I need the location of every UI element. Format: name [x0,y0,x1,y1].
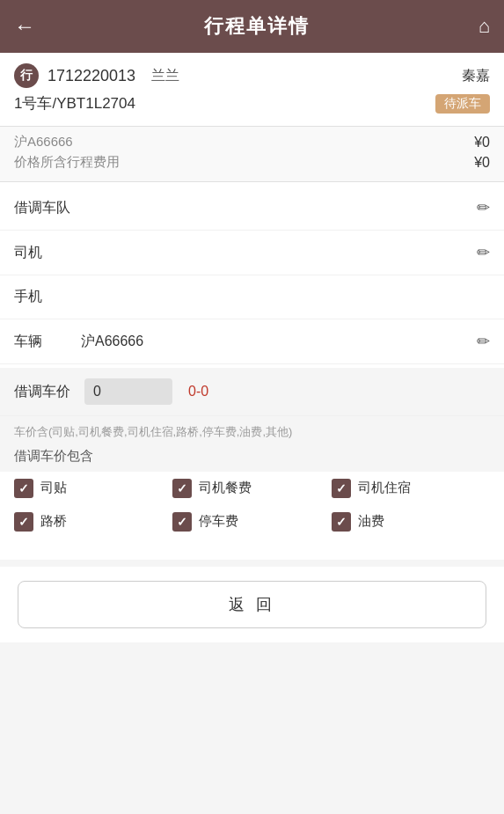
borrow-fleet-row: 借调车队 ✏ [0,186,504,231]
passenger-name: 兰兰 [151,67,179,85]
checkbox-hotel: ✓ 司机住宿 [332,479,490,498]
checkbox-meal-label: 司机餐费 [199,480,252,496]
driver-edit-icon[interactable]: ✏ [477,243,490,262]
vehicle-row: 1号车/YBT1L2704 待派车 [14,93,490,114]
order-id-row: 行 1712220013 兰兰 秦嘉 [14,63,490,88]
loan-price-row: 借调车价 0-0 [0,368,504,416]
back-button[interactable]: ← [14,14,35,39]
checkbox-meal: ✓ 司机餐费 [172,479,331,498]
checkbox-sitian-label: 司贴 [40,480,67,496]
loan-price-label: 借调车价 [14,383,76,401]
agent-name: 秦嘉 [462,67,490,85]
header: ← 行程单详情 ⌂ [0,0,504,53]
checkbox-row-2: ✓ 路桥 ✓ 停车费 ✓ 油费 [14,512,490,532]
checkbox-bridge-label: 路桥 [40,513,67,530]
return-button[interactable]: 返 回 [18,581,486,628]
checkbox-fuel: ✓ 油费 [332,512,490,532]
checkbox-meal-box[interactable]: ✓ [172,479,192,498]
borrow-fleet-edit-icon[interactable]: ✏ [477,198,490,217]
price-trip: ¥0 [474,155,490,171]
phone-label: 手机 [14,288,67,306]
checkbox-sitian: ✓ 司贴 [14,479,172,498]
order-status: 待派车 [435,94,490,114]
checkbox-hotel-check: ✓ [336,481,347,495]
include-label: 借调车价包含 [0,444,504,472]
checkbox-sitian-box[interactable]: ✓ [14,479,33,498]
vehicle-form-value: 沪A66666 [81,333,477,351]
vehicle-form-label: 车辆 [14,333,67,351]
price-section: 沪A66666 ¥0 价格所含行程费用 ¥0 [0,127,504,182]
order-badge: 行 [14,63,39,88]
order-number: 1712220013 [47,67,135,85]
loan-price-input[interactable] [84,378,172,405]
order-id-group: 行 1712220013 兰兰 [14,63,179,88]
home-button[interactable]: ⌂ [478,15,490,38]
vehicle-edit-icon[interactable]: ✏ [477,332,490,351]
plate-number-label: 沪A66666 [14,134,73,150]
checkbox-parking-label: 停车费 [199,513,238,530]
price-trip-label: 价格所含行程费用 [14,154,120,171]
phone-row: 手机 [0,275,504,319]
checkbox-bridge: ✓ 路桥 [14,512,172,532]
checkbox-bridge-box[interactable]: ✓ [14,512,33,532]
vehicle-code: 1号车/YBT1L2704 [14,93,135,114]
price-description: 车价含(司贴,司机餐费,司机住宿,路桥,停车费,油费,其他) [0,416,504,444]
vehicle-form-row: 车辆 沪A66666 ✏ [0,319,504,364]
trip-price-row: 价格所含行程费用 ¥0 [14,154,490,171]
form-section: 借调车队 ✏ 司机 ✏ 手机 车辆 沪A66666 ✏ [0,182,504,368]
checkbox-fuel-check: ✓ [336,515,347,529]
checkbox-sitian-check: ✓ [18,481,29,495]
price-total: ¥0 [474,135,490,150]
checkbox-row-1: ✓ 司贴 ✓ 司机餐费 ✓ 司机住宿 [14,479,490,498]
page-title: 行程单详情 [204,13,310,40]
driver-row: 司机 ✏ [0,231,504,275]
return-btn-container: 返 回 [0,567,504,642]
checkbox-parking-check: ✓ [177,515,187,529]
checkbox-parking: ✓ 停车费 [172,512,331,532]
checkbox-hotel-label: 司机住宿 [358,480,411,496]
plate-price-row: 沪A66666 ¥0 [14,134,490,150]
order-info-section: 行 1712220013 兰兰 秦嘉 1号车/YBT1L2704 待派车 [0,53,504,127]
checkbox-parking-box[interactable]: ✓ [172,512,192,532]
borrow-fleet-label: 借调车队 [14,199,70,217]
checkbox-bridge-check: ✓ [18,515,29,529]
checkbox-fuel-box[interactable]: ✓ [332,512,351,532]
driver-label: 司机 [14,244,67,262]
checkbox-fuel-label: 油费 [358,513,384,530]
checkbox-hotel-box[interactable]: ✓ [332,479,351,498]
price-range: 0-0 [188,384,208,400]
checkbox-section: ✓ 司贴 ✓ 司机餐费 ✓ 司机住宿 ✓ 路桥 ✓ 停车费 [0,472,504,560]
checkbox-meal-check: ✓ [177,481,187,495]
